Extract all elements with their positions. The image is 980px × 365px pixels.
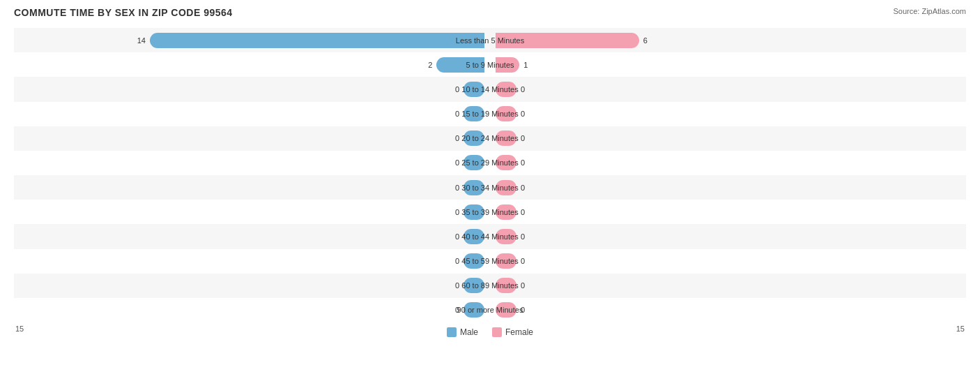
- rows-container: 14 Less than 5 Minutes 6 2 5 to 9 Minute…: [14, 28, 966, 322]
- male-bar: [464, 253, 484, 269]
- right-half: 6: [490, 28, 966, 52]
- female-bar: [496, 57, 519, 73]
- female-value: 0: [521, 134, 535, 142]
- table-row: 0 45 to 59 Minutes 0: [14, 249, 966, 274]
- male-value: 2: [418, 61, 432, 69]
- male-value: 0: [445, 306, 459, 314]
- male-value: 0: [445, 232, 459, 241]
- male-value: 0: [445, 208, 459, 216]
- right-half: 0: [490, 126, 966, 151]
- source-label: Source: ZipAtlas.com: [893, 7, 966, 15]
- male-value: 0: [445, 134, 459, 142]
- legend-male-label: Male: [460, 327, 478, 337]
- female-bar: [496, 229, 516, 244]
- male-value: 14: [132, 36, 146, 45]
- female-bar: [496, 253, 516, 269]
- right-half: 0: [490, 175, 966, 200]
- female-bar: [496, 302, 516, 318]
- left-half: 0: [14, 249, 490, 274]
- right-half: 0: [490, 298, 966, 322]
- male-bar: [464, 180, 484, 195]
- left-half: 0: [14, 175, 490, 200]
- legend-male: Male: [447, 327, 478, 337]
- right-half: 0: [490, 224, 966, 248]
- left-half: 0: [14, 274, 490, 298]
- female-value: 0: [521, 184, 535, 192]
- right-half: 0: [490, 274, 966, 298]
- right-half: 0: [490, 200, 966, 224]
- legend-female-label: Female: [505, 327, 533, 337]
- male-bar: [464, 302, 484, 318]
- right-half: 0: [490, 151, 966, 175]
- male-value: 0: [445, 184, 459, 192]
- table-row: 0 10 to 14 Minutes 0: [14, 77, 966, 101]
- female-value: 0: [521, 232, 535, 241]
- female-bar: [496, 155, 516, 170]
- left-half: 0: [14, 200, 490, 224]
- male-bar: [464, 82, 484, 97]
- female-value: 0: [521, 85, 535, 94]
- male-bar: [436, 57, 484, 73]
- female-value: 1: [523, 61, 537, 69]
- right-half: 0: [490, 249, 966, 274]
- table-row: 14 Less than 5 Minutes 6: [14, 28, 966, 52]
- table-row: 2 5 to 9 Minutes 1: [14, 52, 966, 77]
- axis-left: 15: [15, 325, 24, 337]
- female-bar: [496, 33, 639, 48]
- axis-right: 15: [956, 325, 965, 337]
- left-half: 14: [14, 28, 490, 52]
- female-bar: [496, 131, 516, 146]
- left-half: 2: [14, 52, 490, 77]
- table-row: 0 15 to 19 Minutes 0: [14, 102, 966, 126]
- female-bar: [496, 82, 516, 97]
- male-bar: [464, 204, 484, 220]
- female-value: 0: [521, 110, 535, 118]
- female-value: 0: [521, 306, 535, 314]
- legend-female: Female: [492, 327, 533, 337]
- left-half: 0: [14, 224, 490, 248]
- male-bar: [464, 106, 484, 121]
- male-bar: [464, 131, 484, 146]
- male-bar: [464, 278, 484, 293]
- female-value: 0: [521, 158, 535, 167]
- table-row: 0 20 to 24 Minutes 0: [14, 126, 966, 151]
- female-bar: [496, 106, 516, 121]
- chart-title: COMMUTE TIME BY SEX IN ZIP CODE 99564: [14, 7, 233, 18]
- female-value: 0: [521, 281, 535, 290]
- chart-container: COMMUTE TIME BY SEX IN ZIP CODE 99564 So…: [0, 0, 980, 365]
- table-row: 0 40 to 44 Minutes 0: [14, 224, 966, 248]
- right-half: 1: [490, 52, 966, 77]
- left-half: 0: [14, 298, 490, 322]
- left-half: 0: [14, 102, 490, 126]
- right-half: 0: [490, 102, 966, 126]
- legend: Male Female: [447, 327, 533, 337]
- left-half: 0: [14, 151, 490, 175]
- male-value: 0: [445, 281, 459, 290]
- male-bar: [464, 155, 484, 170]
- left-half: 0: [14, 77, 490, 101]
- male-value: 0: [445, 158, 459, 167]
- female-value: 6: [643, 36, 657, 45]
- male-swatch: [447, 327, 457, 337]
- female-swatch: [492, 327, 502, 337]
- female-bar: [496, 278, 516, 293]
- table-row: 0 25 to 29 Minutes 0: [14, 151, 966, 175]
- table-row: 0 35 to 39 Minutes 0: [14, 200, 966, 224]
- male-value: 0: [445, 257, 459, 265]
- table-row: 0 30 to 34 Minutes 0: [14, 175, 966, 200]
- male-value: 0: [445, 110, 459, 118]
- female-bar: [496, 180, 516, 195]
- left-half: 0: [14, 126, 490, 151]
- female-value: 0: [521, 257, 535, 265]
- male-bar: [150, 33, 484, 48]
- female-value: 0: [521, 208, 535, 216]
- female-bar: [496, 204, 516, 220]
- table-row: 0 90 or more Minutes 0: [14, 298, 966, 322]
- table-row: 0 60 to 89 Minutes 0: [14, 274, 966, 298]
- male-value: 0: [445, 85, 459, 94]
- right-half: 0: [490, 77, 966, 101]
- male-bar: [464, 229, 484, 244]
